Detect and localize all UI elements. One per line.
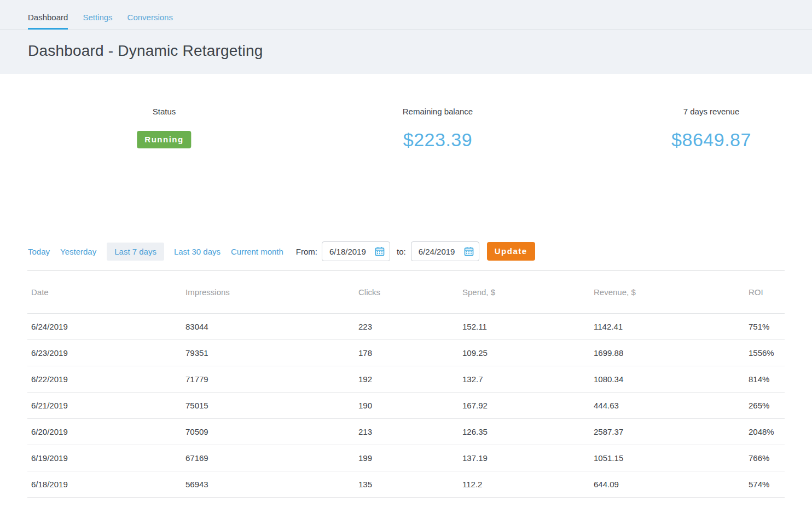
balance-value: $223.39 bbox=[403, 129, 473, 151]
cell-clicks: 192 bbox=[355, 366, 459, 393]
cell-roi: 1556% bbox=[745, 340, 785, 366]
balance-label: Remaining balance bbox=[403, 107, 473, 116]
table-row: 6/24/201983044223152.111142.41751% bbox=[27, 314, 785, 340]
filter-row: Today Yesterday Last 7 days Last 30 days… bbox=[28, 241, 812, 261]
total-cell-date: Total bbox=[27, 498, 182, 507]
to-date-wrap bbox=[411, 241, 479, 261]
cell-spend: 152.11 bbox=[459, 314, 590, 340]
cell-revenue: 444.63 bbox=[590, 393, 745, 419]
total-cell-clicks: 1330 bbox=[355, 498, 459, 507]
status-badge: Running bbox=[137, 131, 191, 148]
total-cell-roi: 922% bbox=[745, 498, 785, 507]
cell-roi: 814% bbox=[745, 366, 785, 393]
col-roi: ROI bbox=[745, 271, 785, 314]
cell-clicks: 199 bbox=[355, 445, 459, 471]
cell-revenue: 2587.37 bbox=[590, 419, 745, 445]
cell-revenue: 1142.41 bbox=[590, 314, 745, 340]
tab-conversions[interactable]: Conversions bbox=[127, 11, 173, 29]
table-row: 6/22/201971779192132.71080.34814% bbox=[27, 366, 785, 393]
cell-roi: 766% bbox=[745, 445, 785, 471]
cell-impressions: 67169 bbox=[182, 445, 355, 471]
cell-roi: 574% bbox=[745, 471, 785, 498]
cell-impressions: 56943 bbox=[182, 471, 355, 498]
page-title: Dashboard - Dynamic Retargeting bbox=[28, 42, 812, 60]
cell-roi: 2048% bbox=[745, 419, 785, 445]
table-row: 6/21/201975015190167.92444.63265% bbox=[27, 393, 785, 419]
preset-last-30-days[interactable]: Last 30 days bbox=[174, 243, 221, 261]
cell-date: 6/22/2019 bbox=[27, 366, 182, 393]
stats-row: Status Running Remaining balance $223.39… bbox=[0, 107, 812, 187]
cell-date: 6/23/2019 bbox=[27, 340, 182, 366]
from-label: From: bbox=[296, 247, 317, 256]
col-clicks: Clicks bbox=[355, 271, 459, 314]
cell-spend: 126.35 bbox=[459, 419, 590, 445]
table-total-row: Total5038101330937.728649.87922% bbox=[27, 498, 785, 507]
revenue-label: 7 days revenue bbox=[671, 107, 751, 116]
tab-settings[interactable]: Settings bbox=[83, 11, 112, 29]
tab-dashboard[interactable]: Dashboard bbox=[28, 11, 68, 29]
cell-date: 6/18/2019 bbox=[27, 471, 182, 498]
col-revenue: Revenue, $ bbox=[590, 271, 745, 314]
report-table: Date Impressions Clicks Spend, $ Revenue… bbox=[27, 270, 785, 507]
cell-date: 6/24/2019 bbox=[27, 314, 182, 340]
cell-revenue: 1080.34 bbox=[590, 366, 745, 393]
table-row: 6/23/201979351178109.251699.881556% bbox=[27, 340, 785, 366]
cell-impressions: 70509 bbox=[182, 419, 355, 445]
cell-clicks: 213 bbox=[355, 419, 459, 445]
cell-date: 6/21/2019 bbox=[27, 393, 182, 419]
cell-date: 6/20/2019 bbox=[27, 419, 182, 445]
to-label: to: bbox=[397, 247, 406, 256]
cell-clicks: 135 bbox=[355, 471, 459, 498]
cell-spend: 137.19 bbox=[459, 445, 590, 471]
page-header: Dashboard Settings Conversions Dashboard… bbox=[0, 0, 812, 74]
cell-revenue: 644.09 bbox=[590, 471, 745, 498]
revenue-value: $8649.87 bbox=[671, 129, 751, 151]
cell-impressions: 71779 bbox=[182, 366, 355, 393]
preset-yesterday[interactable]: Yesterday bbox=[60, 243, 96, 261]
total-cell-impressions: 503810 bbox=[182, 498, 355, 507]
col-date: Date bbox=[27, 271, 182, 314]
from-date-wrap bbox=[322, 241, 390, 261]
cell-impressions: 83044 bbox=[182, 314, 355, 340]
stat-balance: Remaining balance $223.39 bbox=[403, 107, 473, 151]
table-header-row: Date Impressions Clicks Spend, $ Revenue… bbox=[27, 271, 785, 314]
cell-spend: 112.2 bbox=[459, 471, 590, 498]
cell-roi: 751% bbox=[745, 314, 785, 340]
cell-roi: 265% bbox=[745, 393, 785, 419]
cell-spend: 109.25 bbox=[459, 340, 590, 366]
status-label: Status bbox=[137, 107, 191, 116]
cell-revenue: 1051.15 bbox=[590, 445, 745, 471]
cell-spend: 132.7 bbox=[459, 366, 590, 393]
cell-clicks: 190 bbox=[355, 393, 459, 419]
cell-impressions: 79351 bbox=[182, 340, 355, 366]
cell-spend: 167.92 bbox=[459, 393, 590, 419]
cell-clicks: 223 bbox=[355, 314, 459, 340]
table-row: 6/18/201956943135112.2644.09574% bbox=[27, 471, 785, 498]
calendar-icon[interactable] bbox=[374, 246, 385, 257]
stat-status: Status Running bbox=[137, 107, 191, 148]
table-row: 6/19/201967169199137.191051.15766% bbox=[27, 445, 785, 471]
update-button[interactable]: Update bbox=[487, 242, 535, 261]
col-impressions: Impressions bbox=[182, 271, 355, 314]
col-spend: Spend, $ bbox=[459, 271, 590, 314]
cell-date: 6/19/2019 bbox=[27, 445, 182, 471]
calendar-icon[interactable] bbox=[463, 246, 474, 257]
tab-bar: Dashboard Settings Conversions bbox=[0, 11, 812, 30]
preset-today[interactable]: Today bbox=[28, 243, 50, 261]
total-cell-spend: 937.72 bbox=[459, 498, 590, 507]
report-table-wrap: Date Impressions Clicks Spend, $ Revenue… bbox=[27, 270, 785, 507]
stat-revenue: 7 days revenue $8649.87 bbox=[671, 107, 751, 151]
total-cell-revenue: 8649.87 bbox=[590, 498, 745, 507]
preset-current-month[interactable]: Current month bbox=[231, 243, 283, 261]
preset-last-7-days[interactable]: Last 7 days bbox=[107, 243, 164, 261]
cell-impressions: 75015 bbox=[182, 393, 355, 419]
table-row: 6/20/201970509213126.352587.372048% bbox=[27, 419, 785, 445]
cell-clicks: 178 bbox=[355, 340, 459, 366]
cell-revenue: 1699.88 bbox=[590, 340, 745, 366]
